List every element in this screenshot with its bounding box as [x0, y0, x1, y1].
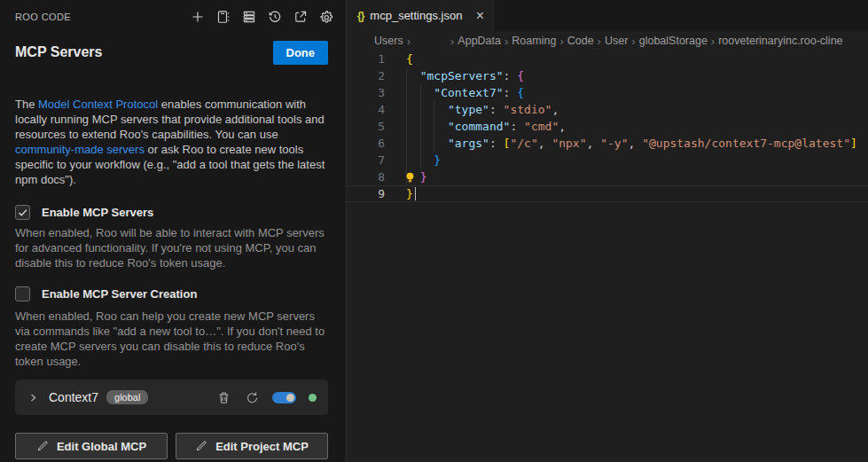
model-context-protocol-link[interactable]: Model Context Protocol [38, 98, 158, 111]
server-row-context7: Context7 global [15, 380, 328, 415]
tab-bar: {} mcp_settings.json × [347, 0, 868, 31]
footer-buttons: Edit Global MCP Edit Project MCP [15, 433, 328, 459]
line-number[interactable]: 6 [347, 135, 385, 152]
breadcrumb-separator: › [407, 35, 411, 48]
tab-title: mcp_settings.json [370, 9, 462, 22]
edit-project-mcp-button[interactable]: Edit Project MCP [176, 433, 328, 459]
breadcrumb-item[interactable]: globalStorage [639, 35, 708, 47]
code-line[interactable]: 7 } [347, 152, 868, 168]
line-number[interactable]: 1 [347, 51, 385, 67]
json-file-icon: {} [357, 10, 364, 22]
status-online-dot [309, 394, 317, 402]
breadcrumb-separator: › [631, 35, 635, 48]
code-line[interactable]: 6 "args": ["/c", "npx", "-y", "@upstash/… [347, 135, 868, 152]
panel-title: ROO CODE [15, 12, 71, 22]
breadcrumb-separator: › [504, 35, 508, 48]
view-header: MCP Servers Done [15, 40, 328, 65]
breadcrumb-item[interactable]: Code [567, 35, 594, 47]
breadcrumb: Users››AppData›Roaming›Code›User›globalS… [347, 31, 868, 51]
breadcrumb-item[interactable]: Users [374, 35, 403, 47]
code-text: "mcpServers": { [385, 67, 524, 84]
pencil-icon [36, 440, 49, 452]
restart-icon[interactable] [244, 389, 260, 405]
notebook-icon[interactable] [215, 9, 231, 25]
line-number[interactable]: 5 [347, 118, 385, 135]
breadcrumb-separator: › [711, 35, 715, 48]
server-actions [215, 389, 317, 405]
toggle-knob [286, 394, 294, 402]
line-number[interactable]: 3 [347, 84, 385, 101]
tab-mcp-settings[interactable]: {} mcp_settings.json × [347, 0, 494, 31]
breadcrumb-item[interactable]: AppData [457, 35, 501, 47]
history-icon[interactable] [267, 9, 283, 25]
text-cursor [415, 187, 416, 200]
open-external-icon[interactable] [293, 9, 309, 25]
enable-mcp-creation-label: Enable MCP Server Creation [42, 287, 197, 301]
code-text: "Context7": { [385, 84, 524, 101]
intro-text: The [15, 98, 38, 111]
code-editor[interactable]: 1{2 "mcpServers": {3 "Context7": {4 "typ… [347, 51, 868, 462]
breadcrumb-item[interactable]: User [605, 35, 628, 47]
community-made-servers-link[interactable]: community-made servers [15, 143, 145, 156]
breadcrumb-separator: › [559, 35, 563, 48]
line-number[interactable]: 8 [347, 168, 385, 185]
code-line[interactable]: 8 } [347, 168, 868, 185]
edit-global-mcp-label: Edit Global MCP [57, 440, 146, 453]
enable-mcp-creation-checkbox[interactable] [15, 286, 30, 301]
close-icon[interactable]: × [476, 9, 484, 23]
trash-icon[interactable] [215, 389, 231, 405]
enable-mcp-creation-description: When enabled, Roo can help you create ne… [15, 309, 328, 369]
vscode-window: ROO CODE [0, 0, 868, 462]
line-number[interactable]: 7 [347, 152, 385, 168]
roo-code-panel: ROO CODE [0, 0, 346, 462]
code-line[interactable]: 4 "type": "stdio", [347, 101, 868, 118]
line-number[interactable]: 4 [347, 101, 385, 118]
server-enabled-toggle[interactable] [272, 392, 296, 403]
line-number[interactable]: 9 [347, 185, 385, 202]
breadcrumb-separator: › [598, 35, 601, 48]
server-name: Context7 [49, 390, 98, 404]
breadcrumb-item[interactable]: rooveterinaryinc.roo-cline [718, 35, 842, 47]
code-line[interactable]: 3 "Context7": { [347, 84, 868, 101]
code-text: "args": ["/c", "npx", "-y", "@upstash/co… [385, 135, 857, 152]
breadcrumb-item[interactable]: Roaming [512, 35, 556, 47]
done-button[interactable]: Done [273, 41, 329, 65]
editor-pane: {} mcp_settings.json × Users››AppData›Ro… [346, 0, 868, 462]
edit-project-mcp-label: Edit Project MCP [215, 440, 309, 453]
code-text: "command": "cmd", [385, 118, 566, 135]
enable-mcp-servers-label: Enable MCP Servers [42, 206, 153, 219]
intro-paragraph: The Model Context Protocol enables commu… [15, 97, 328, 187]
panel-header: ROO CODE [15, 0, 328, 26]
enable-mcp-creation-row: Enable MCP Server Creation [15, 286, 328, 301]
scope-badge: global [106, 390, 148, 404]
code-line[interactable]: 2 "mcpServers": { [347, 67, 868, 84]
code-line[interactable]: 5 "command": "cmd", [347, 118, 868, 135]
enable-mcp-servers-checkbox[interactable] [15, 205, 30, 220]
line-number[interactable]: 2 [347, 67, 385, 84]
edit-global-mcp-button[interactable]: Edit Global MCP [15, 433, 168, 459]
code-line[interactable]: 1{ [347, 51, 868, 67]
enable-mcp-servers-description: When enabled, Roo will be able to intera… [15, 225, 328, 270]
plus-icon[interactable] [190, 9, 206, 25]
panel-toolbar [190, 9, 334, 25]
chevron-right-icon[interactable] [27, 391, 40, 403]
pencil-icon [195, 440, 207, 452]
breadcrumb-separator: › [450, 35, 454, 48]
code-text: } [385, 185, 413, 202]
gear-icon[interactable] [318, 9, 334, 25]
code-text: "type": "stdio", [385, 101, 559, 118]
code-line[interactable]: 9} [347, 185, 868, 202]
server-icon[interactable] [241, 9, 257, 25]
code-text: { [385, 51, 413, 67]
enable-mcp-servers-row: Enable MCP Servers [15, 205, 328, 220]
page-title: MCP Servers [15, 44, 102, 60]
code-text: } [385, 152, 441, 168]
